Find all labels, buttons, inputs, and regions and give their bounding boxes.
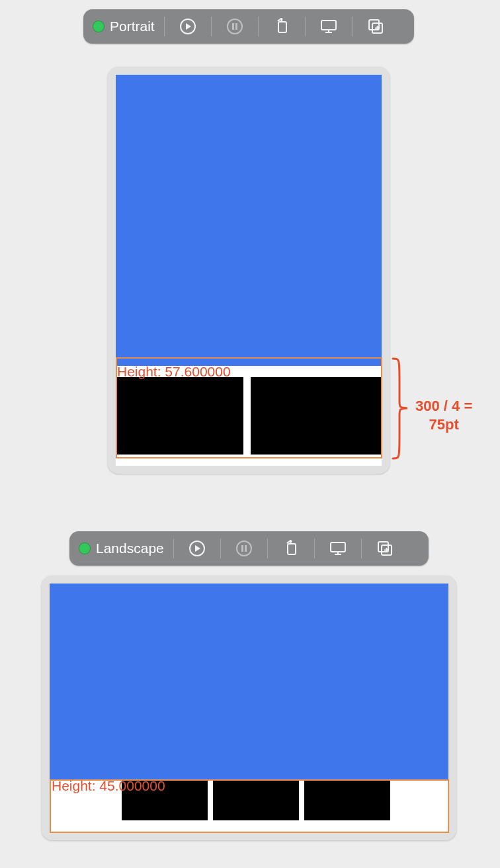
add-window-icon (367, 18, 384, 35)
portrait-title: Portrait (110, 19, 155, 34)
svg-rect-4 (278, 22, 286, 32)
portrait-black-box-2 (251, 377, 382, 455)
svg-rect-3 (235, 23, 237, 30)
svg-rect-5 (321, 21, 336, 30)
annotation-line-2: 75pt (429, 416, 459, 433)
status-dot-icon (93, 21, 104, 32)
pause-button[interactable] (221, 531, 267, 566)
svg-rect-2 (232, 23, 234, 30)
pause-in-circle-icon (235, 540, 253, 557)
play-in-circle-icon (188, 540, 206, 557)
portrait-black-box-1 (116, 377, 243, 455)
landscape-bottom-strip: Height: 45.000000 (50, 780, 448, 832)
play-button[interactable] (174, 531, 220, 566)
portrait-height-label: Height: 57.600000 (117, 364, 231, 380)
svg-rect-14 (241, 545, 243, 552)
external-display-icon (319, 19, 338, 34)
portrait-simulator-frame: Height: 57.600000 (108, 67, 390, 474)
landscape-black-box-3 (304, 780, 390, 820)
portrait-toolbar: Portrait (83, 9, 414, 44)
pause-in-circle-icon (226, 18, 243, 35)
add-window-icon (376, 540, 394, 557)
rotate-device-icon (282, 540, 300, 557)
landscape-simulator-frame: Height: 45.000000 (42, 576, 456, 840)
rotate-button[interactable] (259, 9, 305, 44)
svg-point-13 (237, 541, 251, 556)
play-button[interactable] (165, 9, 211, 44)
add-window-button[interactable] (353, 9, 399, 44)
landscape-toolbar: Landscape (69, 531, 429, 566)
rotate-button[interactable] (268, 531, 314, 566)
landscape-black-box-2 (213, 780, 299, 820)
portrait-annotation-text: 300 / 4 = 75pt (415, 397, 472, 433)
landscape-title: Landscape (96, 541, 164, 556)
external-display-button[interactable] (306, 9, 352, 44)
landscape-blue-canvas (50, 584, 448, 780)
portrait-blue-canvas (116, 75, 382, 366)
landscape-title-segment[interactable]: Landscape (75, 531, 173, 566)
svg-rect-17 (331, 542, 345, 552)
landscape-height-label: Height: 45.000000 (52, 778, 165, 794)
annotation-line-1: 300 / 4 = (415, 398, 472, 414)
portrait-screen: Height: 57.600000 (116, 75, 382, 466)
portrait-title-segment[interactable]: Portrait (89, 9, 164, 44)
external-display-button[interactable] (315, 531, 361, 566)
brace-icon (390, 357, 410, 460)
rotate-device-icon (273, 18, 290, 35)
external-display-icon (329, 541, 347, 556)
add-window-button[interactable] (362, 531, 408, 566)
svg-rect-15 (245, 545, 247, 552)
svg-point-1 (228, 19, 242, 34)
status-dot-icon (79, 542, 91, 554)
portrait-bottom-strip: Height: 57.600000 (116, 366, 382, 466)
pause-button[interactable] (212, 9, 258, 44)
svg-rect-16 (288, 544, 296, 554)
landscape-screen: Height: 45.000000 (50, 584, 448, 832)
play-in-circle-icon (179, 18, 196, 35)
